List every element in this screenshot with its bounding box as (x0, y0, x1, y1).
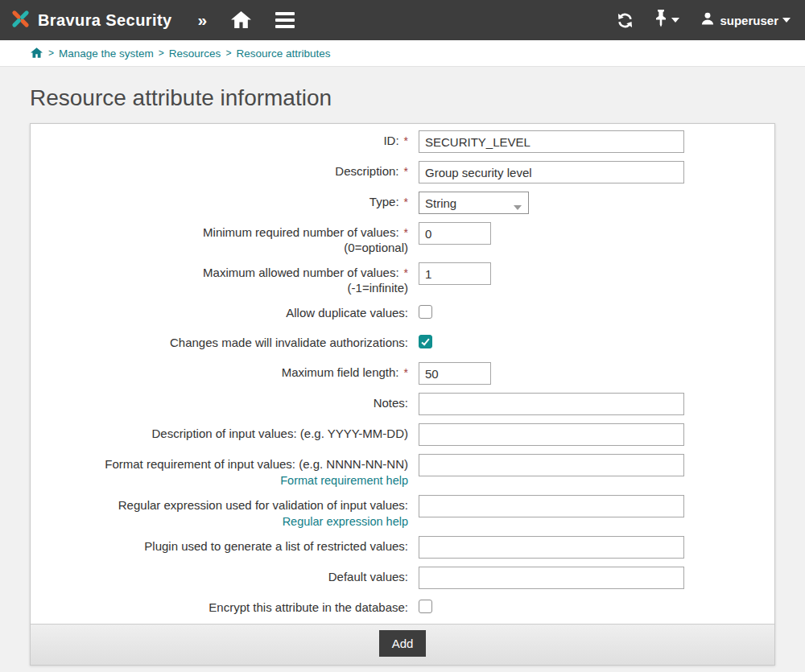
plugin-label: Plugin used to generate a list of restri… (144, 539, 408, 553)
form-row-format-requirement: Format requirement of input values: (e.g… (31, 454, 774, 487)
required-marker: * (404, 266, 408, 279)
type-select[interactable]: String (419, 192, 529, 214)
brand-name: Bravura Security (38, 11, 171, 30)
type-label: Type: (369, 195, 399, 208)
form-row-description: Description:* (31, 161, 774, 183)
max-values-sublabel: (-1=infinite) (31, 281, 408, 295)
allow-duplicates-label: Allow duplicate values: (286, 306, 408, 320)
max-values-label: Maximum allowed number of values: (203, 266, 398, 279)
regular-expression-label: Regular expression used for validation o… (118, 498, 408, 512)
form-row-input-values-description: Description of input values: (e.g. YYYY-… (31, 423, 774, 446)
required-marker: * (404, 165, 408, 178)
form-row-max-field-length: Maximum field length:* (31, 362, 774, 385)
notes-input[interactable] (419, 393, 684, 415)
id-input[interactable] (419, 130, 684, 153)
plugin-input[interactable] (419, 536, 684, 559)
format-requirement-input[interactable] (419, 454, 684, 476)
input-values-description-label: Description of input values: (e.g. YYYY-… (152, 427, 408, 440)
form-row-regular-expression: Regular expression used for validation o… (31, 495, 774, 528)
username: superuser (720, 14, 778, 27)
breadcrumb-link-manage-the-system[interactable]: Manage the system (59, 47, 154, 60)
regular-expression-input[interactable] (419, 495, 684, 517)
regular-expression-help-link[interactable]: Regular expression help (283, 515, 408, 528)
user-icon (700, 11, 715, 29)
max-field-length-input[interactable] (419, 362, 491, 385)
invalidate-authorizations-checkbox[interactable] (419, 335, 432, 348)
form-row-id: ID:* (31, 130, 774, 153)
form-row-min-values: Minimum required number of values:* (0=o… (31, 222, 774, 254)
default-values-label: Default values: (328, 570, 408, 583)
description-label: Description: (335, 164, 398, 178)
invalidate-authorizations-label: Changes made will invalidate authorizati… (170, 336, 408, 349)
form-footer: Add (31, 624, 774, 665)
pin-icon (654, 10, 667, 31)
resource-attribute-form: ID:* Description:* Type:* String (30, 123, 775, 666)
form-row-encrypt: Encrypt this attribute in the database: (31, 597, 774, 614)
default-values-input[interactable] (419, 567, 684, 589)
user-menu-button[interactable]: superuser (700, 11, 791, 29)
min-values-sublabel: (0=optional) (31, 241, 408, 254)
form-row-default-values: Default values: (31, 567, 774, 589)
encrypt-checkbox[interactable] (419, 600, 432, 613)
breadcrumb-link-resource-attributes[interactable]: Resource attributes (236, 47, 330, 60)
min-values-input[interactable] (419, 222, 491, 245)
refresh-icon[interactable] (617, 12, 634, 29)
form-row-max-values: Maximum allowed number of values:* (-1=i… (31, 262, 774, 295)
menu-icon[interactable] (275, 12, 295, 28)
form-row-allow-duplicates: Allow duplicate values: (31, 303, 774, 320)
min-values-label: Minimum required number of values: (203, 225, 398, 239)
form-row-notes: Notes: (31, 393, 774, 415)
max-values-input[interactable] (419, 262, 491, 285)
user-caret-icon (782, 18, 791, 23)
breadcrumb-link-resources[interactable]: Resources (169, 47, 221, 60)
form-row-plugin: Plugin used to generate a list of restri… (31, 536, 774, 559)
description-input[interactable] (419, 161, 684, 183)
breadcrumb-separator: > (48, 47, 54, 59)
required-marker: * (404, 196, 408, 208)
page-title: Resource attribute information (30, 85, 805, 111)
notes-label: Notes: (374, 396, 408, 410)
required-marker: * (404, 134, 408, 147)
top-navbar: Bravura Security » (0, 0, 805, 40)
add-button[interactable]: Add (379, 630, 427, 657)
pin-menu-button[interactable] (654, 10, 679, 31)
form-row-invalidate-authorizations: Changes made will invalidate authorizati… (31, 332, 774, 349)
breadcrumb-separator: > (225, 47, 231, 59)
breadcrumb-separator: > (159, 47, 164, 59)
format-requirement-label: Format requirement of input values: (e.g… (105, 457, 408, 471)
brand[interactable]: Bravura Security (10, 8, 171, 33)
breadcrumb: > Manage the system > Resources > Resour… (0, 40, 805, 67)
breadcrumb-home-icon[interactable] (31, 47, 43, 59)
form-row-type: Type:* String (31, 192, 774, 214)
check-icon (421, 336, 429, 345)
brand-logo-icon (10, 8, 31, 33)
max-field-length-label: Maximum field length: (282, 365, 399, 379)
required-marker: * (404, 226, 408, 239)
encrypt-label: Encrypt this attribute in the database: (208, 600, 408, 614)
expand-menu-icon[interactable]: » (197, 10, 207, 30)
required-marker: * (404, 366, 408, 379)
home-icon[interactable] (231, 11, 251, 30)
pin-caret-icon (671, 18, 679, 23)
allow-duplicates-checkbox[interactable] (419, 305, 432, 319)
format-requirement-help-link[interactable]: Format requirement help (280, 474, 408, 487)
id-label: ID: (383, 134, 398, 147)
input-values-description-input[interactable] (419, 423, 684, 446)
